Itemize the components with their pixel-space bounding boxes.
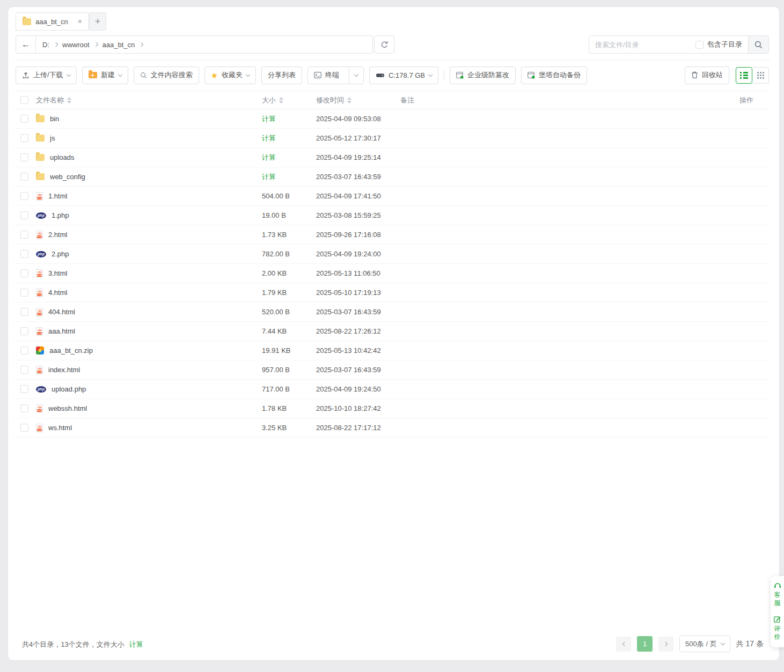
row-checkbox[interactable] <box>20 250 28 258</box>
table-row[interactable]: bin 计算 2025-04-09 09:53:08 <box>16 109 770 129</box>
row-checkbox[interactable] <box>20 115 28 123</box>
row-checkbox[interactable] <box>20 173 28 181</box>
row-checkbox[interactable] <box>20 192 28 200</box>
file-name[interactable]: 4.html <box>48 289 67 297</box>
file-name[interactable]: 1.html <box>48 192 67 200</box>
row-checkbox[interactable] <box>20 153 28 161</box>
table-row[interactable]: js 计算 2025-05-12 17:30:17 <box>16 129 770 148</box>
list-view-button[interactable] <box>736 67 752 84</box>
file-name[interactable]: aaa_bt_cn.zip <box>49 346 93 355</box>
include-subdir-checkbox[interactable] <box>695 41 704 49</box>
page-size-select[interactable]: 500条 / 页 <box>679 636 730 652</box>
file-name[interactable]: ws.html <box>48 424 72 432</box>
tamper-proof-button[interactable]: 企业级防篡改 <box>450 67 516 84</box>
toolbar-divider <box>444 71 444 79</box>
row-checkbox[interactable] <box>20 327 28 335</box>
file-name[interactable]: bin <box>50 115 59 123</box>
table-row[interactable]: 2.php 782.00 B 2025-04-09 19:24:00 <box>16 245 770 264</box>
grid-view-icon <box>757 72 764 79</box>
feedback-button[interactable]: 评价 <box>774 616 781 641</box>
sort-size-control[interactable] <box>279 97 283 104</box>
table-row[interactable]: index.html 957.00 B 2025-03-07 16:43:59 <box>16 360 770 380</box>
file-name[interactable]: index.html <box>48 366 80 374</box>
prev-page-button[interactable] <box>616 637 631 652</box>
include-subdir-option[interactable]: 包含子目录 <box>695 40 748 49</box>
file-name[interactable]: 1.php <box>52 211 69 219</box>
table-row[interactable]: 3.html 2.00 KB 2025-05-13 11:06:50 <box>16 264 770 283</box>
calc-size-link[interactable]: 计算 <box>129 640 143 649</box>
breadcrumb-current[interactable]: aaa_bt_cn <box>102 41 135 49</box>
terminal-dropdown-button[interactable] <box>349 67 363 84</box>
breadcrumb-drive[interactable]: D: <box>42 41 49 49</box>
table-row[interactable]: webssh.html 1.78 KB 2025-10-10 18:27:42 <box>16 399 770 418</box>
tab-current-directory[interactable]: aaa_bt_cn × <box>16 12 89 31</box>
file-name[interactable]: webssh.html <box>48 404 87 412</box>
row-checkbox[interactable] <box>20 404 28 412</box>
search-input[interactable] <box>589 36 695 53</box>
sort-name-control[interactable] <box>67 97 71 104</box>
calc-size-link[interactable]: 计算 <box>262 172 276 182</box>
table-row[interactable]: 2.html 1.73 KB 2025-09-26 17:16:08 <box>16 225 770 245</box>
grid-view-button[interactable] <box>752 67 769 84</box>
file-name[interactable]: upload.php <box>52 385 86 393</box>
edit-icon <box>774 616 781 623</box>
row-checkbox[interactable] <box>20 385 28 393</box>
file-name[interactable]: 3.html <box>48 269 67 277</box>
headset-icon <box>774 582 781 589</box>
row-checkbox[interactable] <box>20 269 28 277</box>
table-row[interactable]: 1.html 504.00 B 2025-04-09 17:41:50 <box>16 187 770 206</box>
add-tab-button[interactable]: + <box>89 12 106 31</box>
file-name[interactable]: 404.html <box>48 308 75 316</box>
table-row[interactable]: uploads 计算 2025-04-09 19:25:14 <box>16 148 770 167</box>
row-checkbox[interactable] <box>20 231 28 239</box>
auto-backup-button[interactable]: 堡塔自动备份 <box>521 67 587 84</box>
refresh-button[interactable] <box>374 35 394 54</box>
upload-download-button[interactable]: 上传/下载 <box>16 67 77 84</box>
table-row[interactable]: 404.html 520.00 B 2025-03-07 16:43:59 <box>16 302 770 322</box>
file-name[interactable]: aaa.html <box>48 327 75 335</box>
next-page-button[interactable] <box>658 637 673 652</box>
row-checkbox[interactable] <box>20 134 28 142</box>
disk-space-button[interactable]: C:178.7 GB <box>369 67 438 84</box>
row-checkbox[interactable] <box>20 346 28 355</box>
table-row[interactable]: 4.html 1.79 KB 2025-05-10 17:19:13 <box>16 283 770 302</box>
row-checkbox[interactable] <box>20 424 28 432</box>
row-checkbox[interactable] <box>20 366 28 374</box>
row-checkbox[interactable] <box>20 211 28 219</box>
current-page-button[interactable]: 1 <box>637 636 653 652</box>
sort-mtime-control[interactable] <box>347 97 351 104</box>
row-checkbox[interactable] <box>20 308 28 316</box>
table-row[interactable]: aaa_bt_cn.zip 19.91 KB 2025-05-13 10:42:… <box>16 341 770 360</box>
file-name[interactable]: uploads <box>50 153 75 161</box>
file-name[interactable]: 2.php <box>52 250 69 258</box>
calc-size-link[interactable]: 计算 <box>262 134 276 143</box>
file-name[interactable]: 2.html <box>48 231 67 239</box>
customer-service-button[interactable]: 客服 <box>774 582 781 607</box>
toolbar: 上传/下载 新建 文件内容搜索 ★ 收藏夹 分享列表 <box>16 66 769 84</box>
close-icon[interactable]: × <box>72 17 82 26</box>
back-button[interactable]: ← <box>16 36 36 53</box>
table-row[interactable]: ws.html 3.25 KB 2025-08-22 17:17:12 <box>16 418 770 438</box>
select-all-checkbox[interactable] <box>20 96 28 104</box>
recycle-bin-button[interactable]: 回收站 <box>685 67 729 84</box>
table-row[interactable]: 1.php 19.00 B 2025-03-08 15:59:25 <box>16 206 770 225</box>
table-row[interactable]: upload.php 717.00 B 2025-04-09 19:24:50 <box>16 380 770 399</box>
header-note: 备注 <box>400 95 727 105</box>
file-name[interactable]: web_config <box>50 173 85 181</box>
file-name[interactable]: js <box>50 134 55 142</box>
favorites-button[interactable]: ★ 收藏夹 <box>204 67 256 84</box>
auto-backup-label: 堡塔自动备份 <box>539 70 581 80</box>
new-item-button[interactable]: 新建 <box>82 67 128 84</box>
table-row[interactable]: web_config 计算 2025-03-07 16:43:59 <box>16 167 770 187</box>
terminal-button[interactable]: 终端 <box>307 67 364 84</box>
share-list-button[interactable]: 分享列表 <box>261 67 302 84</box>
content-search-button[interactable]: 文件内容搜索 <box>134 67 199 84</box>
breadcrumb-wwwroot[interactable]: wwwroot <box>62 41 90 49</box>
search-button[interactable] <box>748 36 768 53</box>
chevron-down-icon <box>66 72 70 76</box>
html-file-icon <box>36 366 43 374</box>
calc-size-link[interactable]: 计算 <box>262 153 276 163</box>
row-checkbox[interactable] <box>20 289 28 297</box>
calc-size-link[interactable]: 计算 <box>262 114 276 124</box>
table-row[interactable]: aaa.html 7.44 KB 2025-08-22 17:26:12 <box>16 322 770 341</box>
